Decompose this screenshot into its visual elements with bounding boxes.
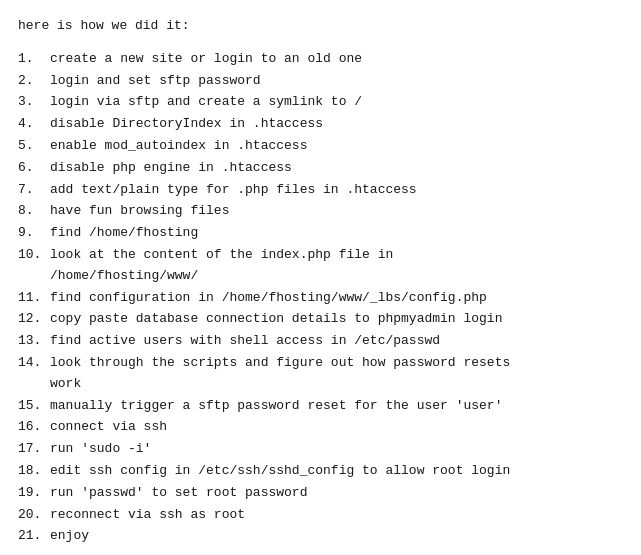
list-item: 4.disable DirectoryIndex in .htaccess <box>18 114 623 135</box>
step-number: 6. <box>18 158 50 179</box>
list-item: 8.have fun browsing files <box>18 201 623 222</box>
step-number: 3. <box>18 92 50 113</box>
step-text: have fun browsing files <box>50 201 623 222</box>
step-text: create a new site or login to an old one <box>50 49 623 70</box>
list-item: 21.enjoy <box>18 526 623 547</box>
step-text: run 'sudo -i' <box>50 439 623 460</box>
list-item: 6.disable php engine in .htaccess <box>18 158 623 179</box>
step-number: 13. <box>18 331 50 352</box>
step-text: disable DirectoryIndex in .htaccess <box>50 114 623 135</box>
step-number: 18. <box>18 461 50 482</box>
list-item: 1.create a new site or login to an old o… <box>18 49 623 70</box>
step-text: disable php engine in .htaccess <box>50 158 623 179</box>
step-number: 17. <box>18 439 50 460</box>
step-number: 8. <box>18 201 50 222</box>
step-number: 14. <box>18 353 50 395</box>
step-text: look at the content of the index.php fil… <box>50 245 623 287</box>
step-number: 11. <box>18 288 50 309</box>
step-text: edit ssh config in /etc/ssh/sshd_config … <box>50 461 623 482</box>
list-item: 3.login via sftp and create a symlink to… <box>18 92 623 113</box>
step-number: 5. <box>18 136 50 157</box>
main-container: here is how we did it: 1.create a new si… <box>0 0 641 555</box>
list-item: 13.find active users with shell access i… <box>18 331 623 352</box>
list-item: 15.manually trigger a sftp password rese… <box>18 396 623 417</box>
list-item: 20.reconnect via ssh as root <box>18 505 623 526</box>
step-text: connect via ssh <box>50 417 623 438</box>
list-item: 10.look at the content of the index.php … <box>18 245 623 287</box>
step-text: run 'passwd' to set root password <box>50 483 623 504</box>
step-text: find active users with shell access in /… <box>50 331 623 352</box>
list-item: 19.run 'passwd' to set root password <box>18 483 623 504</box>
step-text: add text/plain type for .php files in .h… <box>50 180 623 201</box>
step-number: 21. <box>18 526 50 547</box>
step-number: 4. <box>18 114 50 135</box>
list-item: 14.look through the scripts and figure o… <box>18 353 623 395</box>
list-item: 11.find configuration in /home/fhosting/… <box>18 288 623 309</box>
step-text: login and set sftp password <box>50 71 623 92</box>
step-text: copy paste database connection details t… <box>50 309 623 330</box>
step-number: 16. <box>18 417 50 438</box>
header-text: here is how we did it: <box>18 16 623 37</box>
step-number: 7. <box>18 180 50 201</box>
list-item: 2.login and set sftp password <box>18 71 623 92</box>
step-number: 19. <box>18 483 50 504</box>
list-item: 9.find /home/fhosting <box>18 223 623 244</box>
step-text: enable mod_autoindex in .htaccess <box>50 136 623 157</box>
list-item: 17.run 'sudo -i' <box>18 439 623 460</box>
list-item: 5.enable mod_autoindex in .htaccess <box>18 136 623 157</box>
list-item: 18.edit ssh config in /etc/ssh/sshd_conf… <box>18 461 623 482</box>
step-text: login via sftp and create a symlink to / <box>50 92 623 113</box>
step-text: look through the scripts and figure out … <box>50 353 623 395</box>
step-text: reconnect via ssh as root <box>50 505 623 526</box>
step-number: 10. <box>18 245 50 287</box>
steps-list: 1.create a new site or login to an old o… <box>18 49 623 547</box>
list-item: 12.copy paste database connection detail… <box>18 309 623 330</box>
step-number: 20. <box>18 505 50 526</box>
step-text: find configuration in /home/fhosting/www… <box>50 288 623 309</box>
step-number: 1. <box>18 49 50 70</box>
step-number: 2. <box>18 71 50 92</box>
step-number: 15. <box>18 396 50 417</box>
step-number: 12. <box>18 309 50 330</box>
step-text: find /home/fhosting <box>50 223 623 244</box>
step-text: manually trigger a sftp password reset f… <box>50 396 623 417</box>
step-number: 9. <box>18 223 50 244</box>
list-item: 7.add text/plain type for .php files in … <box>18 180 623 201</box>
list-item: 16.connect via ssh <box>18 417 623 438</box>
step-text: enjoy <box>50 526 623 547</box>
